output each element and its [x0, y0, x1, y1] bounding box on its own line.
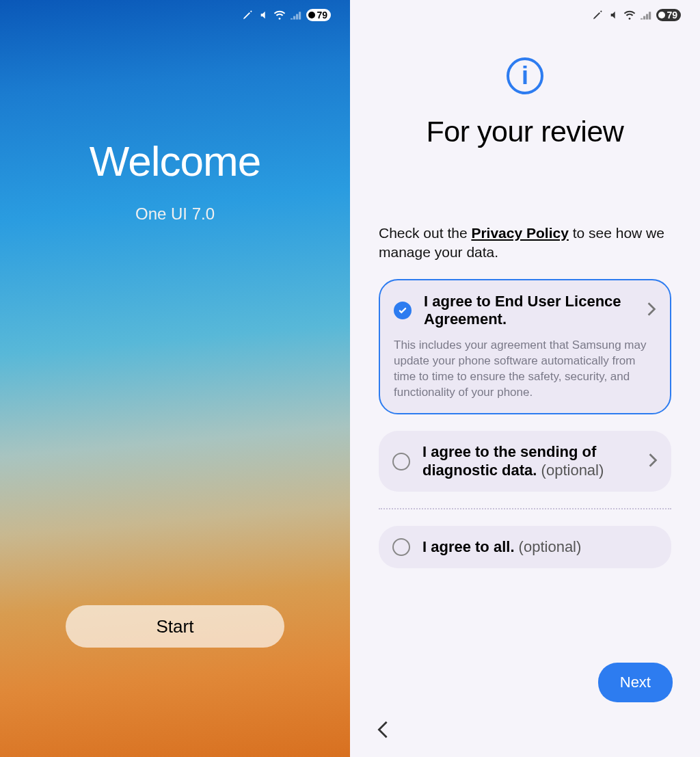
welcome-screen: 79 Welcome One UI 7.0 Start — [0, 0, 350, 757]
battery-level: 79 — [667, 10, 677, 21]
welcome-subtitle: One UI 7.0 — [0, 204, 350, 224]
status-bar: 79 — [242, 7, 331, 23]
page-title: For your review — [350, 115, 700, 148]
divider — [379, 508, 671, 509]
agreement-desc: This includes your agreement that Samsun… — [394, 338, 656, 401]
privacy-text: Check out the Privacy Policy to see how … — [379, 224, 671, 263]
battery-level: 79 — [317, 10, 327, 21]
checkbox-diagnostic[interactable] — [392, 453, 410, 470]
wifi-icon — [273, 10, 286, 20]
privacy-policy-link[interactable]: Privacy Policy — [471, 225, 568, 241]
next-button[interactable]: Next — [598, 663, 673, 702]
welcome-title: Welcome — [0, 137, 350, 185]
signal-icon — [291, 10, 301, 20]
back-button[interactable] — [376, 720, 390, 742]
agreement-eula[interactable]: I agree to End User Licence Agreement. T… — [379, 279, 671, 415]
agreement-label: I agree to the sending of diagnostic dat… — [422, 443, 636, 479]
chevron-right-icon[interactable] — [647, 302, 656, 319]
mute-icon — [608, 10, 619, 21]
agreement-label-text: I agree to End User Licence Agreement. — [424, 293, 621, 328]
signal-icon — [641, 10, 651, 20]
status-bar: 79 — [592, 7, 681, 23]
review-screen: 79 i For your review Check out the Priva… — [350, 0, 700, 757]
info-icon: i — [350, 57, 700, 94]
pencil-icon — [592, 10, 603, 21]
agreement-label: I agree to End User Licence Agreement. — [424, 293, 634, 329]
agreement-label-text: I agree to all. — [422, 538, 519, 555]
pencil-icon — [242, 10, 253, 21]
mute-icon — [258, 10, 269, 21]
checkbox-all[interactable] — [392, 538, 410, 556]
info-glyph: i — [522, 62, 528, 90]
battery-dot-icon — [308, 12, 315, 18]
privacy-pre: Check out the — [379, 225, 471, 241]
chevron-right-icon[interactable] — [648, 453, 658, 470]
battery-dot-icon — [658, 12, 665, 18]
start-button[interactable]: Start — [66, 605, 284, 648]
wifi-icon — [623, 10, 636, 20]
checkbox-eula[interactable] — [394, 302, 412, 319]
agreement-label: I agree to all. (optional) — [422, 538, 658, 556]
agreement-all[interactable]: I agree to all. (optional) — [379, 526, 671, 568]
optional-tag: (optional) — [541, 462, 604, 479]
battery-indicator: 79 — [306, 9, 331, 21]
agreement-diagnostic[interactable]: I agree to the sending of diagnostic dat… — [379, 431, 671, 492]
battery-indicator: 79 — [656, 9, 681, 21]
optional-tag: (optional) — [519, 538, 582, 555]
